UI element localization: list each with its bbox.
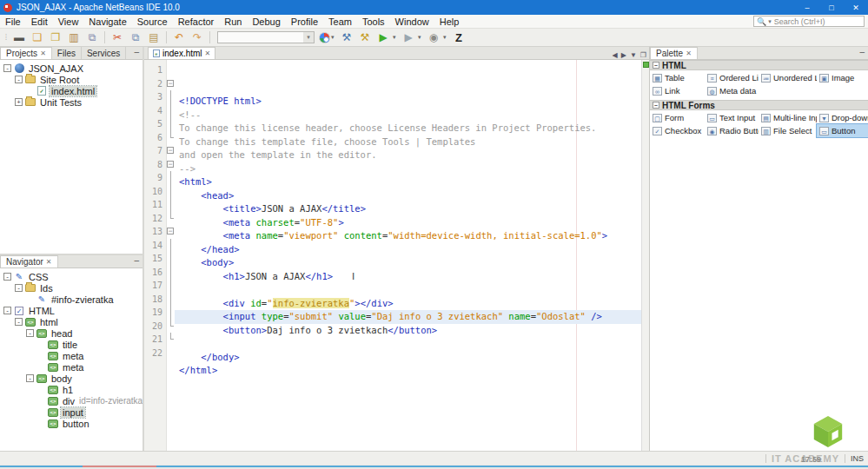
new-project-icon[interactable]: ❐: [47, 30, 64, 45]
navigator-node-body[interactable]: -<>body: [0, 373, 142, 384]
menu-tools[interactable]: Tools: [357, 17, 390, 27]
menu-run[interactable]: Run: [219, 17, 247, 27]
palette-item-multi-line-input[interactable]: ▤Multi-line Input: [759, 111, 817, 124]
menu-debug[interactable]: Debug: [247, 17, 285, 27]
navigator-node-button[interactable]: <>button: [0, 418, 142, 429]
run-icon[interactable]: ▶: [374, 30, 392, 45]
code-line-14[interactable]: <h1>JSON a AJAX</h1>I: [175, 270, 641, 284]
browser-chrome-icon[interactable]: [319, 32, 330, 43]
project-node-indexhtml[interactable]: ✓index.html: [0, 85, 142, 96]
welcome-icon[interactable]: ▬: [10, 30, 28, 45]
collapse-icon[interactable]: –: [653, 62, 659, 69]
code-line-19[interactable]: [175, 337, 641, 351]
redo-icon[interactable]: ↷: [189, 30, 206, 45]
code-line-2[interactable]: <!--: [175, 109, 641, 122]
code-line-8[interactable]: <head>: [175, 189, 641, 203]
chevron-down-icon[interactable]: ▾: [418, 34, 424, 41]
save-all-icon[interactable]: ⧉: [83, 30, 101, 45]
collapse-icon[interactable]: -: [26, 374, 34, 382]
editor-tabbar-icon[interactable]: ▼: [630, 51, 637, 59]
navigator-node-h1[interactable]: <>h1: [0, 384, 142, 395]
navigator-node-div[interactable]: <>divid=info-zvieratka: [0, 395, 142, 406]
navigator-node-#infozvieratka[interactable]: ✎#info-zvieratka: [0, 294, 142, 305]
palette-item-text-input[interactable]: ▭Text Input: [705, 111, 759, 124]
open-project-icon[interactable]: ▥: [65, 30, 83, 45]
palette-item-drop-down-list[interactable]: ▼Drop-down List: [817, 111, 868, 124]
code-line-1[interactable]: <!DOCTYPE html>: [175, 95, 641, 109]
menu-navigate[interactable]: Navigate: [83, 17, 131, 27]
menu-help[interactable]: Help: [434, 17, 465, 27]
collapse-icon[interactable]: -: [15, 284, 23, 292]
close-icon[interactable]: ✕: [46, 258, 52, 266]
code-area[interactable]: <!DOCTYPE html><!--To change this licens…: [175, 60, 641, 451]
palette-item-image[interactable]: ▣Image: [817, 71, 868, 84]
collapse-icon[interactable]: -: [15, 318, 23, 326]
search-input[interactable]: 🔍 ▾ Search (Ctrl+I): [753, 16, 865, 27]
menu-profile[interactable]: Profile: [286, 17, 323, 27]
tab-projects[interactable]: Projects✕: [0, 47, 52, 59]
z-macro-icon[interactable]: Z: [450, 30, 467, 45]
collapse-icon[interactable]: –: [653, 102, 659, 109]
project-node-jsonajax[interactable]: -JSON_AJAX: [0, 63, 142, 74]
code-line-12[interactable]: </head>: [175, 243, 641, 257]
tab-palette[interactable]: Palette ✕: [650, 47, 698, 59]
navigator-node-html[interactable]: -✓HTML: [0, 305, 142, 316]
editor-tabbar-icon[interactable]: ❐: [640, 51, 646, 59]
project-node-unittests[interactable]: +Unit Tests: [0, 96, 142, 108]
palette-section-html-forms[interactable]: –HTML Forms: [650, 100, 868, 110]
paste-icon[interactable]: ▤: [145, 30, 162, 45]
expand-icon[interactable]: +: [15, 98, 23, 106]
fold-collapse-icon[interactable]: –: [167, 228, 174, 234]
code-line-4[interactable]: To change this template file, choose Too…: [175, 135, 641, 149]
code-line-5[interactable]: and open the template in the editor.: [175, 149, 641, 162]
profile-icon[interactable]: ◉: [425, 30, 442, 45]
minimize-button[interactable]: –: [795, 0, 819, 15]
close-icon[interactable]: ✕: [686, 50, 692, 57]
undo-icon[interactable]: ↶: [170, 30, 188, 45]
navigator-node-css[interactable]: -✎CSS: [0, 271, 142, 282]
code-line-10[interactable]: <meta charset="UTF-8">: [175, 216, 641, 230]
code-line-17[interactable]: <input type="submit" value="Daj info o 3…: [175, 310, 641, 324]
menu-team[interactable]: Team: [323, 17, 357, 27]
palette-item-link[interactable]: ∞Link: [650, 84, 705, 97]
collapse-icon[interactable]: -: [3, 307, 11, 314]
editor-tabbar-icon[interactable]: ▶: [621, 51, 626, 59]
clean-build-icon[interactable]: ⚒: [356, 30, 374, 45]
code-line-3[interactable]: To change this license header, choose Li…: [175, 122, 641, 135]
cut-icon[interactable]: ✂: [109, 30, 126, 45]
code-line-11[interactable]: <meta name="viewport" content="width=dev…: [175, 229, 641, 243]
collapse-icon[interactable]: -: [15, 76, 23, 83]
navigator-node-input[interactable]: <>input: [0, 406, 142, 418]
palette-item-checkbox[interactable]: ✓Checkbox: [650, 124, 705, 137]
debug-icon[interactable]: ▶: [400, 30, 417, 45]
new-file-icon[interactable]: ❏: [29, 30, 46, 45]
code-line-15[interactable]: [175, 283, 641, 297]
fold-collapse-icon[interactable]: –: [167, 147, 174, 154]
tab-files[interactable]: Files: [52, 47, 82, 59]
collapse-icon[interactable]: -: [26, 329, 34, 337]
menu-edit[interactable]: Edit: [26, 17, 53, 27]
palette-section-html[interactable]: –HTML: [650, 60, 868, 70]
chevron-down-icon[interactable]: ▾: [443, 34, 449, 41]
menu-refactor[interactable]: Refactor: [173, 17, 220, 27]
project-node-siteroot[interactable]: -Site Root: [0, 74, 142, 85]
navigator-node-meta[interactable]: <>meta: [0, 361, 142, 373]
code-fold-column[interactable]: ––––: [167, 60, 175, 451]
palette-item-radio-button[interactable]: ◉Radio Button: [705, 124, 759, 137]
close-tab-icon[interactable]: ✕: [205, 50, 211, 57]
tab-index-html[interactable]: e index.html ✕: [148, 47, 215, 59]
menu-source[interactable]: Source: [132, 17, 173, 27]
close-button[interactable]: ✕: [844, 0, 868, 15]
config-combobox[interactable]: ▾: [217, 31, 315, 43]
navigator-node-head[interactable]: -<>head: [0, 327, 142, 339]
chevron-down-icon[interactable]: ▾: [331, 34, 337, 41]
code-line-6[interactable]: -->: [175, 162, 641, 176]
menu-file[interactable]: File: [0, 17, 26, 27]
navigator-node-ids[interactable]: -Ids: [0, 282, 142, 294]
palette-item-ordered-list[interactable]: ≡Ordered List: [705, 71, 759, 84]
code-line-18[interactable]: <button>Daj info o 3 zvietkach</button>: [175, 324, 641, 338]
code-line-20[interactable]: </body>: [175, 351, 641, 365]
menu-view[interactable]: View: [53, 17, 84, 27]
collapse-icon[interactable]: -: [3, 273, 11, 281]
collapse-icon[interactable]: -: [3, 64, 11, 72]
